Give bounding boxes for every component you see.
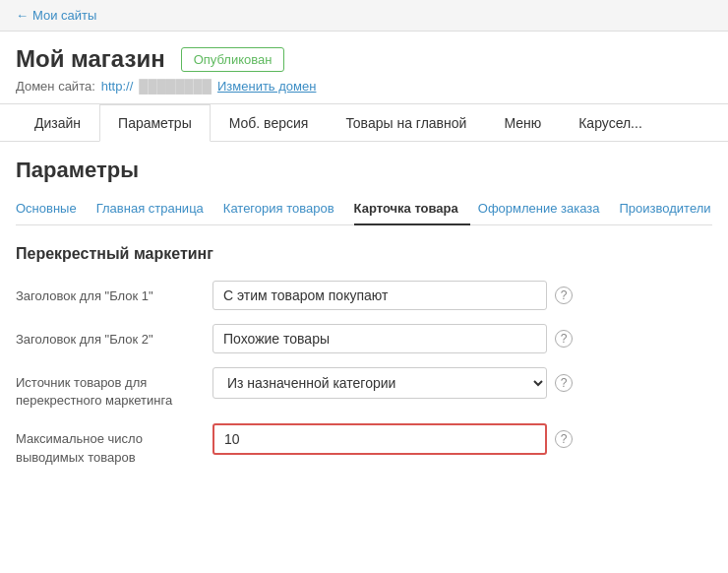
control-wrap-max: ? — [212, 423, 712, 455]
input-block2[interactable] — [212, 324, 547, 353]
subnav-manufacturers[interactable]: Производители — [620, 195, 723, 224]
help-icon-block2[interactable]: ? — [555, 330, 573, 348]
tab-carousel[interactable]: Карусел... — [560, 104, 661, 142]
help-icon-block1[interactable]: ? — [555, 286, 573, 304]
tab-menu[interactable]: Меню — [485, 104, 560, 142]
published-badge[interactable]: Опубликован — [181, 47, 285, 72]
tab-parameters[interactable]: Параметры — [99, 104, 211, 142]
back-label: Мои сайты — [32, 8, 96, 23]
tab-products-main[interactable]: Товары на главной — [327, 104, 485, 142]
nav-tabs: Дизайн Параметры Моб. версия Товары на г… — [0, 104, 728, 142]
page-heading: Параметры — [16, 158, 712, 183]
label-source: Источник товаров для перекрестного марке… — [16, 367, 212, 410]
label-max: Максимальное число выводимых товаров — [16, 423, 212, 466]
tab-mobile[interactable]: Моб. версия — [211, 104, 328, 142]
subnav-homepage[interactable]: Главная страница — [96, 195, 215, 224]
header-row: Мой магазин Опубликован — [16, 45, 712, 73]
subnav-product-card[interactable]: Карточка товара — [354, 195, 470, 225]
back-arrow-icon: ← — [16, 8, 29, 23]
form-row-max: Максимальное число выводимых товаров ? — [16, 423, 712, 466]
domain-url[interactable]: http:// — [101, 79, 134, 94]
form-row-source: Источник товаров для перекрестного марке… — [16, 367, 712, 410]
sub-nav: Основные Главная страница Категория това… — [16, 195, 712, 225]
back-link[interactable]: ← Мои сайты — [16, 8, 96, 23]
form-row-block1: Заголовок для "Блок 1" ? — [16, 281, 712, 310]
control-wrap-block1: ? — [212, 281, 712, 310]
section-title: Перекрестный маркетинг — [16, 245, 712, 263]
input-max[interactable] — [212, 423, 547, 455]
input-block1[interactable] — [212, 281, 547, 310]
top-bar: ← Мои сайты — [0, 0, 728, 32]
label-block1: Заголовок для "Блок 1" — [16, 281, 212, 305]
domain-label: Домен сайта: — [16, 79, 95, 94]
form-row-block2: Заголовок для "Блок 2" ? — [16, 324, 712, 353]
form-section: Перекрестный маркетинг Заголовок для "Бл… — [0, 225, 728, 500]
control-wrap-source: Из назначенной категории Вручную Автомат… — [212, 367, 712, 399]
subnav-checkout[interactable]: Оформление заказа — [478, 195, 612, 224]
domain-change-link[interactable]: Изменить домен — [217, 79, 316, 94]
label-block2: Заголовок для "Блок 2" — [16, 324, 212, 349]
help-icon-source[interactable]: ? — [555, 374, 573, 392]
domain-row: Домен сайта: http:// ████████ Изменить д… — [16, 79, 712, 94]
header-section: Мой магазин Опубликован Домен сайта: htt… — [0, 32, 728, 104]
site-title: Мой магазин — [16, 45, 165, 73]
page-content: Параметры Основные Главная страница Кате… — [0, 142, 728, 225]
help-icon-max[interactable]: ? — [555, 430, 573, 448]
tab-design[interactable]: Дизайн — [16, 104, 99, 142]
select-source[interactable]: Из назначенной категории Вручную Автомат… — [212, 367, 547, 399]
control-wrap-block2: ? — [212, 324, 712, 353]
subnav-basic[interactable]: Основные — [16, 195, 89, 224]
subnav-category[interactable]: Категория товаров — [223, 195, 346, 224]
